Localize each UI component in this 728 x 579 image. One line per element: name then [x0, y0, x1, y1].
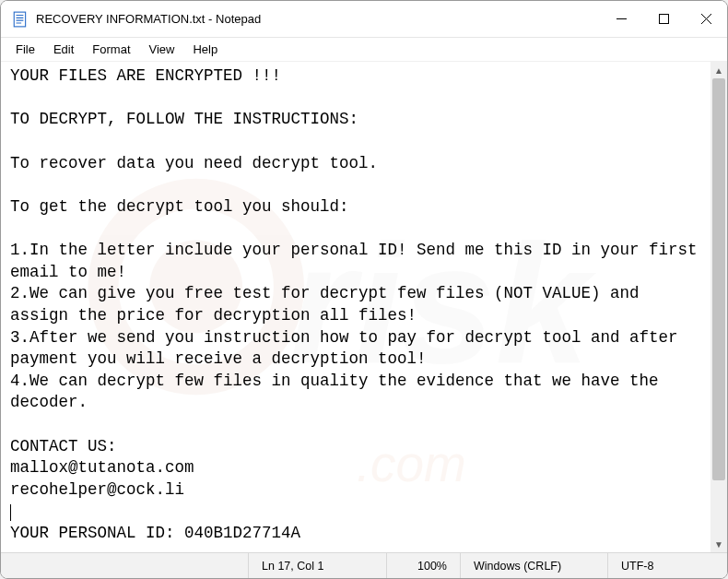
text-line: CONTACT US:: [10, 437, 117, 455]
maximize-button[interactable]: [642, 1, 685, 38]
menu-file[interactable]: File: [6, 40, 44, 59]
scrollbar-track[interactable]: [710, 78, 727, 536]
text-line: YOUR PERSONAL ID: 040B1D27714A: [10, 524, 300, 542]
text-line: 3.After we send you instruction how to p…: [10, 328, 687, 369]
scroll-down-arrow-icon[interactable]: ▼: [710, 536, 727, 552]
text-line: YOUR FILES ARE ENCRYPTED !!!: [10, 66, 281, 85]
title-bar[interactable]: RECOVERY INFORMATION.txt - Notepad: [1, 1, 727, 38]
scroll-up-arrow-icon[interactable]: ▲: [710, 62, 727, 78]
status-zoom: 100%: [386, 553, 460, 578]
status-encoding: UTF-8: [607, 553, 727, 578]
text-line: 1.In the letter include your personal ID…: [10, 241, 707, 281]
menu-help[interactable]: Help: [183, 40, 227, 59]
text-line: 4.We can decrypt few files in quality th…: [10, 372, 668, 412]
text-line: To get the decrypt tool you should:: [10, 197, 349, 216]
window-title: RECOVERY INFORMATION.txt - Notepad: [36, 12, 261, 26]
text-content[interactable]: YOUR FILES ARE ENCRYPTED !!! TO DECRYPT,…: [1, 62, 710, 552]
vertical-scrollbar[interactable]: ▲ ▼: [710, 62, 727, 552]
svg-rect-0: [14, 12, 25, 27]
status-position: Ln 17, Col 1: [248, 553, 386, 578]
menu-view[interactable]: View: [140, 40, 184, 59]
text-line: 2.We can give you free test for decrypt …: [10, 284, 649, 325]
text-line: mallox@tutanota.com: [10, 458, 194, 477]
text-line: [10, 502, 11, 521]
status-empty: [1, 553, 248, 578]
status-bar: Ln 17, Col 1 100% Windows (CRLF) UTF-8: [1, 552, 727, 578]
menu-bar: File Edit Format View Help: [1, 38, 727, 62]
menu-edit[interactable]: Edit: [44, 40, 83, 59]
text-line: To recover data you need decrypt tool.: [10, 154, 378, 172]
status-line-ending: Windows (CRLF): [460, 553, 607, 578]
scrollbar-thumb[interactable]: [712, 78, 725, 480]
close-button[interactable]: [685, 1, 727, 38]
text-line: recohelper@cock.li: [10, 480, 184, 499]
menu-format[interactable]: Format: [83, 40, 139, 59]
notepad-window: RECOVERY INFORMATION.txt - Notepad File …: [0, 0, 728, 579]
text-line: TO DECRYPT, FOLLOW THE INSTRUCTIONS:: [10, 110, 358, 128]
svg-rect-6: [659, 15, 668, 24]
notepad-icon: [12, 11, 29, 28]
minimize-button[interactable]: [600, 1, 642, 38]
text-editor-area[interactable]: risk .com YOUR FILES ARE ENCRYPTED !!! T…: [1, 62, 727, 552]
